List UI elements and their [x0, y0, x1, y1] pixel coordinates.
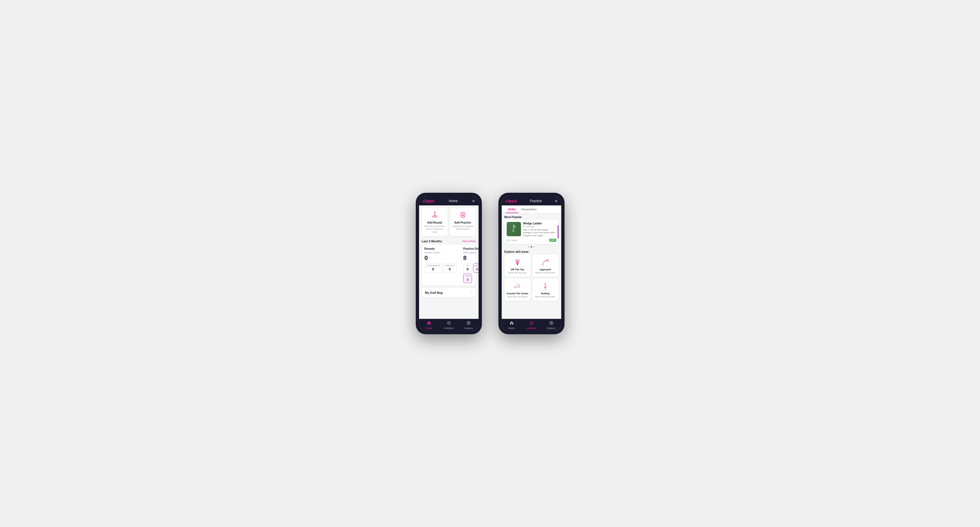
app-box: APP 4 [473, 263, 478, 273]
around-the-green-desc: Hone your short game [507, 295, 528, 298]
svg-point-13 [513, 225, 515, 227]
svg-line-16 [513, 230, 514, 232]
dot-1 [528, 246, 530, 248]
nav-home[interactable]: Home [419, 319, 439, 331]
drill-desc: Play 1 shot at each target yardage. If y… [523, 229, 556, 237]
off-the-tee-name: Off The Tee [507, 268, 528, 271]
home-nav-label: Home [425, 327, 432, 330]
drill-info: Wedge Ladder 50–100 yds Play 1 shot at e… [523, 222, 556, 237]
right-indicator [558, 225, 558, 238]
practice-nav-capture[interactable]: Capture [541, 319, 561, 331]
tournament-box: Tournament 0 [425, 263, 442, 273]
svg-marker-2 [434, 211, 436, 213]
add-practice-desc: Capture your practice off-the-course [452, 225, 474, 231]
putt-box: PUTT 4 [463, 274, 472, 283]
fav-star-icon[interactable]: ☆ [553, 222, 556, 226]
add-practice-card[interactable]: Add Practice Capture your practice off-t… [450, 208, 476, 236]
drill-name: Wedge Ladder [523, 222, 556, 225]
svg-point-36 [517, 287, 518, 288]
svg-line-37 [515, 286, 517, 287]
practice-header: clippd Practice ≡ [502, 196, 561, 205]
svg-line-14 [513, 227, 514, 230]
skill-around-the-green[interactable]: Around The Green Hone your short game [504, 278, 531, 301]
menu-icon[interactable]: ≡ [472, 199, 474, 203]
svg-point-28 [547, 260, 548, 261]
svg-line-20 [508, 240, 509, 241]
practice-label: Practice [445, 265, 455, 267]
add-round-icon [424, 211, 445, 220]
svg-point-44 [545, 289, 546, 290]
putting-name: Putting [535, 292, 556, 295]
practice-box: Practice 0 [443, 263, 457, 273]
view-activity-link[interactable]: View Activity [462, 240, 476, 243]
home-bottom-nav: Home Activities Capture [419, 319, 479, 331]
logo: clippd [423, 199, 434, 203]
practice-menu-icon[interactable]: ≡ [555, 199, 557, 203]
home-nav-icon [427, 321, 431, 326]
nav-capture[interactable]: Capture [459, 319, 479, 331]
activity-title: Last 3 Months [422, 240, 442, 243]
tab-favourites[interactable]: Favourites [519, 205, 539, 213]
svg-line-15 [512, 230, 513, 232]
tab-drills[interactable]: Drills [506, 205, 519, 213]
add-practice-icon [452, 211, 474, 220]
skill-putting[interactable]: Putting Make and lag practice [532, 278, 558, 301]
nav-activities[interactable]: Activities [439, 319, 459, 331]
practice-activities-icon [529, 321, 534, 326]
tournament-val: 0 [426, 267, 440, 271]
rounds-grid: Tournament 0 Practice 0 [425, 263, 457, 273]
chevron-icon: › [471, 291, 473, 295]
drills-title: Practice Drills [463, 247, 478, 250]
dot-2 [531, 246, 532, 248]
drill-thumbnail [507, 222, 521, 236]
add-practice-title: Add Practice [452, 221, 474, 224]
practice-nav-activities[interactable]: Activities [522, 319, 541, 331]
putting-icon [540, 281, 550, 291]
add-round-card[interactable]: Add Round Record your shots in fast or e… [422, 208, 448, 236]
off-the-tee-desc: Power and accuracy [507, 271, 528, 274]
home-content: Add Round Record your shots in fast or e… [419, 205, 479, 319]
phone-practice: clippd Practice ≡ Drills Favourites Most… [498, 193, 565, 334]
practice-content: Drills Favourites Most Popular [502, 205, 561, 319]
off-the-tee-icon [512, 257, 522, 267]
ott-box: OTT 0 [463, 263, 472, 273]
around-the-green-icon [512, 281, 522, 291]
stats-card: Rounds Rounds Capture 0 Tournament 0 Pra… [422, 244, 476, 286]
skill-off-the-tee[interactable]: Off The Tee Power and accuracy [504, 254, 531, 277]
quick-actions: Add Round Record your shots in fast or e… [419, 205, 479, 238]
rounds-total: 0 [425, 254, 457, 262]
capture-nav-icon [466, 321, 471, 326]
practice-val: 0 [445, 267, 455, 271]
practice-title: Practice [530, 199, 542, 203]
dot-3 [533, 246, 535, 248]
practice-home-label: Home [508, 327, 515, 330]
around-the-green-name: Around The Green [507, 292, 528, 295]
add-round-desc: Record your shots in fast or enhanced mo… [424, 225, 445, 233]
rounds-title: Rounds [425, 247, 457, 250]
putt-label: PUTT [465, 275, 470, 277]
svg-point-43 [545, 287, 546, 288]
svg-point-45 [544, 286, 544, 286]
approach-desc: Dial-in to hit the green [535, 271, 556, 274]
ott-val: 0 [465, 267, 470, 271]
practice-capture-label: Capture [547, 327, 555, 330]
page-title: Home [449, 199, 458, 203]
stats-row: Rounds Rounds Capture 0 Tournament 0 Pra… [425, 247, 473, 283]
ott-label: OTT [465, 265, 470, 267]
explore-label: Explore skill areas [502, 249, 561, 254]
rounds-col: Rounds Rounds Capture 0 Tournament 0 Pra… [425, 247, 457, 283]
practice-logo: clippd [506, 199, 517, 203]
svg-point-41 [545, 283, 546, 284]
drill-footer: 9 shots APP [507, 239, 556, 242]
featured-drill-card[interactable]: Wedge Ladder 50–100 yds Play 1 shot at e… [504, 220, 558, 244]
practice-nav-home[interactable]: Home [502, 319, 522, 331]
capture-nav-label: Capture [464, 327, 473, 330]
svg-point-46 [546, 286, 547, 286]
drill-yardage: 50–100 yds [523, 225, 556, 228]
practice-capture-icon [549, 321, 554, 326]
app-label: APP [475, 265, 478, 267]
phone-home: clippd Home ≡ Add Round Record your [416, 193, 482, 334]
skill-approach[interactable]: Approach Dial-in to hit the green [532, 254, 558, 277]
golf-bag-card[interactable]: My Golf Bag › [422, 288, 476, 297]
rounds-capture-label: Rounds Capture [425, 251, 457, 254]
